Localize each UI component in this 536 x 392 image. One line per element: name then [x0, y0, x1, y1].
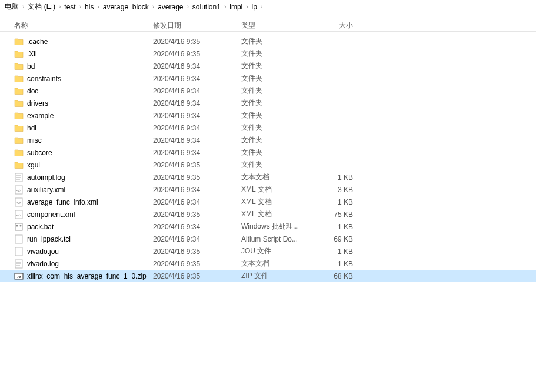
file-row[interactable]: hdl2020/4/16 9:34文件夹 [0, 122, 536, 134]
folder-icon [14, 86, 24, 96]
file-type-cell: 文件夹 [241, 148, 312, 158]
file-size-cell: 1 KB [312, 260, 365, 268]
file-row[interactable]: autoimpl.log2020/4/16 9:35文本文档1 KB [0, 171, 536, 183]
file-name-cell: .cache [0, 37, 153, 46]
chevron-right-icon[interactable]: › [224, 4, 226, 10]
breadcrumb-item[interactable]: impl [228, 3, 244, 11]
breadcrumb-item[interactable]: test [63, 3, 76, 11]
file-name-label: xilinx_com_hls_average_func_1_0.zip [27, 272, 147, 280]
folder-icon [14, 74, 24, 83]
chevron-right-icon[interactable]: › [59, 4, 61, 10]
file-date-cell: 2020/4/16 9:34 [153, 198, 241, 206]
file-name-label: pack.bat [27, 223, 54, 231]
chevron-right-icon[interactable]: › [246, 4, 248, 10]
column-header-type[interactable]: 类型 [241, 21, 312, 31]
breadcrumb[interactable]: 电脑›文档 (E:)›test›hls›average_block›averag… [0, 0, 536, 14]
breadcrumb-item[interactable]: 文档 (E:) [26, 2, 56, 12]
file-name-cell: drivers [0, 99, 153, 108]
file-size-cell: 75 KB [312, 210, 365, 219]
file-name-cell: .Xil [0, 49, 153, 59]
file-row[interactable]: </>auxiliary.xml2020/4/16 9:34XML 文档3 KB [0, 183, 536, 196]
svg-point-12 [20, 225, 22, 226]
file-row[interactable]: doc2020/4/16 9:34文件夹 [0, 85, 536, 97]
file-name-label: drivers [27, 99, 48, 108]
column-header-name[interactable]: 名称 [0, 21, 153, 31]
folder-icon [14, 136, 24, 145]
chevron-right-icon[interactable]: › [187, 4, 189, 10]
file-row[interactable]: drivers2020/4/16 9:34文件夹 [0, 97, 536, 109]
file-name-cell: bd [0, 62, 153, 71]
file-name-cell: </>auxiliary.xml [0, 185, 153, 195]
file-date-cell: 2020/4/16 9:35 [153, 173, 241, 182]
file-type-cell: 文件夹 [241, 135, 312, 145]
file-name-cell: 7zxilinx_com_hls_average_func_1_0.zip [0, 272, 153, 281]
xml-icon: </> [14, 210, 24, 219]
file-row[interactable]: vivado.jou2020/4/16 9:35JOU 文件1 KB [0, 245, 536, 257]
text-icon [14, 173, 24, 182]
column-header-date[interactable]: 修改日期 [153, 21, 241, 31]
file-name-label: hdl [27, 124, 36, 132]
svg-rect-13 [15, 235, 22, 243]
file-date-cell: 2020/4/16 9:34 [153, 186, 241, 194]
file-type-cell: 文本文档 [241, 259, 312, 269]
file-type-cell: 文件夹 [241, 36, 312, 46]
file-row[interactable]: misc2020/4/16 9:34文件夹 [0, 134, 536, 146]
breadcrumb-item[interactable]: 电脑 [4, 2, 20, 12]
file-name-cell: vivado.log [0, 259, 153, 269]
chevron-right-icon[interactable]: › [261, 4, 262, 10]
file-name-label: auxiliary.xml [27, 186, 65, 194]
file-row[interactable]: example2020/4/16 9:34文件夹 [0, 109, 536, 122]
file-row[interactable]: xgui2020/4/16 9:35文件夹 [0, 159, 536, 171]
breadcrumb-item[interactable]: ip [251, 3, 258, 11]
breadcrumb-item[interactable]: average_block [102, 3, 150, 11]
chevron-right-icon[interactable]: › [79, 4, 81, 10]
chevron-right-icon[interactable]: › [97, 4, 99, 10]
breadcrumb-item[interactable]: average [157, 3, 184, 11]
file-date-cell: 2020/4/16 9:34 [153, 124, 241, 132]
file-row[interactable]: 7zxilinx_com_hls_average_func_1_0.zip202… [0, 270, 536, 282]
file-row[interactable]: bd2020/4/16 9:34文件夹 [0, 60, 536, 72]
breadcrumb-item[interactable]: solution1 [191, 3, 222, 11]
folder-icon [14, 111, 24, 120]
file-type-cell: 文件夹 [241, 86, 312, 96]
file-name-cell: constraints [0, 74, 153, 83]
file-type-cell: Altium Script Do... [241, 235, 312, 243]
file-name-label: misc [27, 136, 42, 145]
file-type-cell: 文件夹 [241, 110, 312, 120]
folder-icon [14, 123, 24, 133]
file-row[interactable]: run_ippack.tcl2020/4/16 9:34Altium Scrip… [0, 233, 536, 245]
file-row[interactable]: </>component.xml2020/4/16 9:35XML 文档75 K… [0, 208, 536, 220]
file-date-cell: 2020/4/16 9:35 [153, 272, 241, 280]
file-date-cell: 2020/4/16 9:35 [153, 161, 241, 169]
file-size-cell: 3 KB [312, 186, 365, 194]
svg-text:7z: 7z [17, 275, 21, 279]
column-header-size[interactable]: 大小 [312, 21, 365, 31]
file-row[interactable]: .Xil2020/4/16 9:35文件夹 [0, 48, 536, 60]
file-name-label: doc [27, 87, 38, 95]
file-row[interactable]: vivado.log2020/4/16 9:35文本文档1 KB [0, 257, 536, 270]
xml-icon: </> [14, 197, 24, 207]
file-name-cell: misc [0, 136, 153, 145]
file-type-cell: 文件夹 [241, 61, 312, 71]
chevron-right-icon[interactable]: › [22, 4, 24, 10]
file-name-label: constraints [27, 75, 61, 83]
file-row[interactable]: constraints2020/4/16 9:34文件夹 [0, 72, 536, 85]
file-row[interactable]: </>average_func_info.xml2020/4/16 9:34XM… [0, 196, 536, 208]
file-list: .cache2020/4/16 9:35文件夹.Xil2020/4/16 9:3… [0, 32, 536, 282]
file-name-cell: </>component.xml [0, 210, 153, 219]
file-type-cell: 文件夹 [241, 160, 312, 170]
chevron-right-icon[interactable]: › [152, 4, 154, 10]
xml-icon: </> [14, 185, 24, 195]
file-type-cell: XML 文档 [241, 185, 312, 195]
file-name-label: xgui [27, 161, 40, 169]
file-name-cell: doc [0, 86, 153, 96]
file-icon [14, 247, 24, 256]
svg-rect-14 [15, 247, 22, 256]
text-icon [14, 259, 24, 269]
breadcrumb-item[interactable]: hls [84, 3, 95, 11]
file-row[interactable]: pack.bat2020/4/16 9:34Windows 批处理...1 KB [0, 220, 536, 233]
file-date-cell: 2020/4/16 9:35 [153, 260, 241, 268]
file-date-cell: 2020/4/16 9:34 [153, 136, 241, 145]
file-row[interactable]: subcore2020/4/16 9:34文件夹 [0, 146, 536, 159]
file-row[interactable]: .cache2020/4/16 9:35文件夹 [0, 35, 536, 48]
